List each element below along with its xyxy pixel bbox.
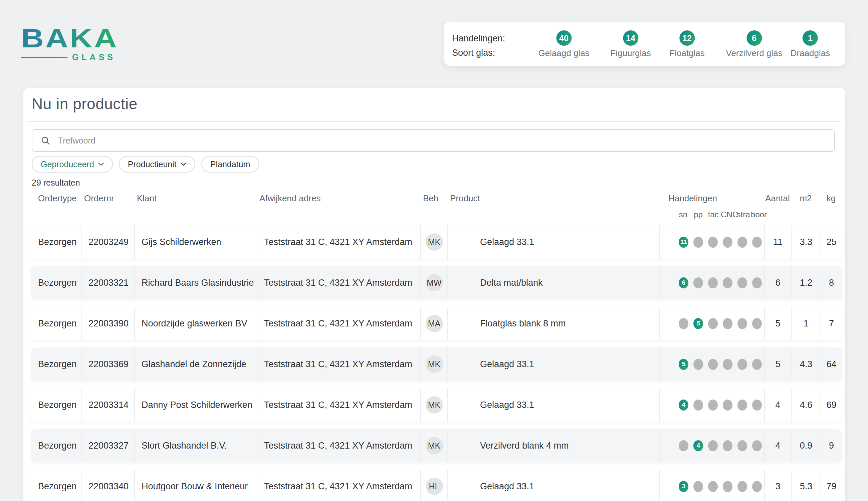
cell-aantal: 5 [764,348,791,381]
title-divider [28,121,841,122]
handeling-count-badge: 4 [694,440,703,451]
col-afwijkend-adres: Afwijkend adres [257,193,420,204]
col-product: Product [447,193,659,204]
cell-ordertype: Bezorgen [31,348,82,381]
cell-kg: 69 [821,388,841,422]
logo-underline [21,57,67,58]
table-row[interactable]: Bezorgen 22003390 Noordzijde glaswerken … [31,307,841,340]
stats-handelingen-label: Handelingen: [452,34,505,43]
cell-adres: Teststraat 31 C, 4321 XY Amsterdam [257,470,420,501]
cell-ordertype: Bezorgen [31,470,82,501]
handeling-dot [723,359,732,370]
cell-kg: 25 [821,225,841,259]
cell-handelingen: 4 [659,388,764,422]
cell-klant: Gijs Schilderwerken [134,225,257,259]
filter-productieunit[interactable]: Productieunit [119,156,195,173]
beh-avatar: MK [426,437,443,454]
cell-kg: 9 [821,429,841,462]
cell-aantal: 5 [764,307,791,340]
handeling-dot [752,481,762,492]
cell-aantal: 4 [764,429,791,462]
table-row[interactable]: Bezorgen 22003340 Houtgoor Bouw & Interi… [31,470,841,501]
cell-kg: 8 [821,266,841,299]
beh-avatar: MK [426,355,443,373]
cell-adres: Teststraat 31 C, 4321 XY Amsterdam [257,266,420,299]
stat-floatglas: 12 Floatglas [669,30,705,58]
cell-product: Delta mat/blank [447,266,659,299]
cell-beh: MK [420,388,447,422]
cell-klant: Noordzijde glaswerken BV [134,307,257,340]
stat-label: Gelaagd glas [538,48,589,58]
cell-kg: 7 [821,307,841,340]
beh-avatar: MW [426,274,443,291]
col-handelingen: Handelingen [659,193,764,204]
cell-adres: Teststraat 31 C, 4321 XY Amsterdam [257,429,420,462]
handeling-dot [708,399,718,411]
handeling-dot [723,318,732,329]
filter-row: Geproduceerd Productieunit Plandatum [32,156,259,173]
handeling-dot [723,237,732,248]
cell-aantal: 3 [764,470,791,501]
cell-product: Gelaagd 33.1 [447,225,659,259]
cell-aantal: 11 [764,225,791,259]
handeling-dot [738,318,747,329]
search-icon [41,136,50,145]
table-header: Ordertype Ordernr Klant Afwijkend adres … [31,193,841,204]
handeling-dot [694,481,703,492]
filter-label: Plandatum [210,160,251,169]
col-aantal: Aantal [764,193,791,204]
search-input[interactable] [57,136,826,146]
stat-count-badge: 6 [747,30,762,46]
table-row[interactable]: Bezorgen 22003321 Richard Baars Glasindu… [31,266,841,299]
nu-in-productie-card: Nu in productie Geproduceerd Productieun… [23,88,845,501]
handeling-dot [723,399,732,411]
handeling-dot [752,237,762,248]
cell-m2: 5.3 [791,470,821,501]
handeling-dot [723,481,732,492]
handeling-dot [708,440,718,451]
table-row[interactable]: Bezorgen 22003327 Slort Glashandel B.V. … [31,429,841,462]
table-row[interactable]: Bezorgen 22003369 Glashandel de Zonnezij… [31,348,841,381]
subcol-cnc: CNC [721,210,736,219]
stat-gelaagd-glas: 40 Gelaagd glas [538,30,589,58]
handeling-dot [679,440,688,451]
cell-klant: Danny Post Schilderwerken [134,388,257,422]
cell-handelingen: 6 [659,266,764,299]
page-title: Nu in productie [32,95,138,113]
handeling-dot [752,318,762,329]
cell-ordertype: Bezorgen [31,429,82,462]
stat-count-badge: 14 [623,30,638,46]
cell-handelingen: 11 [659,225,764,259]
handeling-dot [738,359,747,370]
cell-product: Gelaagd 33.1 [447,348,659,381]
handeling-dot [708,277,718,288]
handeling-dot [723,277,732,288]
search-box[interactable] [32,129,835,152]
cell-ordernr: 22003327 [82,429,134,462]
cell-handelingen: 5 [659,348,764,381]
table-row[interactable]: Bezorgen 22003314 Danny Post Schilderwer… [31,388,841,422]
handeling-dot [738,399,747,411]
chevron-down-icon [181,162,186,166]
filter-label: Geproduceerd [41,160,94,169]
cell-ordertype: Bezorgen [31,307,82,340]
cell-kg: 79 [821,470,841,501]
stat-label: Verzilverd glas [726,48,782,58]
filter-plandatum[interactable]: Plandatum [201,156,260,173]
cell-handelingen: 3 [659,470,764,501]
cell-ordernr: 22003390 [82,307,134,340]
cell-klant: Houtgoor Bouw & Interieur [134,470,257,501]
cell-m2: 4.6 [791,388,821,422]
cell-handelingen: 5 [659,307,764,340]
cell-beh: MA [420,307,447,340]
filter-geproduceerd[interactable]: Geproduceerd [32,156,113,173]
subcol-boor: boor [751,210,766,219]
cell-ordertype: Bezorgen [31,266,82,299]
handeling-dot [752,277,762,288]
filter-label: Productieunit [128,160,177,169]
cell-beh: MK [420,348,447,381]
cell-ordernr: 22003321 [82,266,134,299]
cell-m2: 0.9 [791,429,821,462]
col-m2: m2 [791,193,821,204]
table-row[interactable]: Bezorgen 22003249 Gijs Schilderwerken Te… [31,225,841,259]
